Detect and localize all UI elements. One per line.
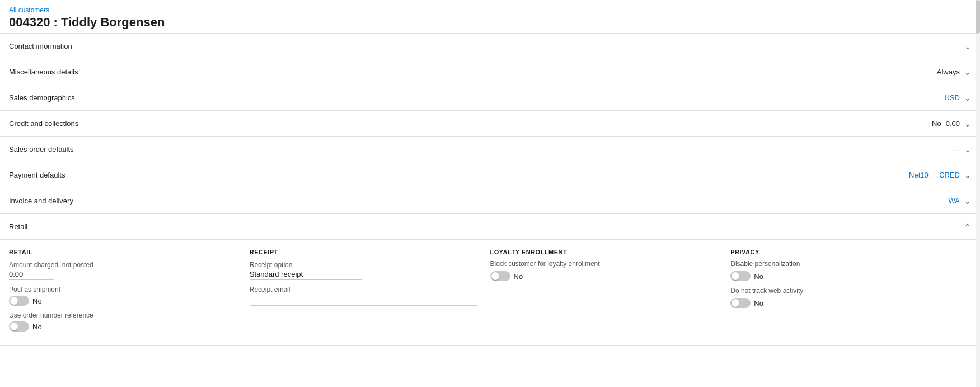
- sales-demographics-summary-link: USD: [945, 94, 960, 102]
- receipt-email-field[interactable]: [250, 295, 477, 306]
- chevron-down-icon: ⌄: [964, 197, 971, 206]
- use-order-number-toggle[interactable]: [9, 321, 29, 332]
- receipt-option-value: Standard receipt: [250, 270, 303, 278]
- section-sales-demographics[interactable]: Sales demographics USD ⌄: [0, 85, 980, 111]
- breadcrumb-link[interactable]: All customers: [9, 6, 49, 14]
- disable-personalization-toggle-row: No: [730, 271, 958, 281]
- sales-order-summary-text: --: [955, 145, 960, 153]
- section-retail-header[interactable]: Retail ⌃: [0, 214, 980, 240]
- block-loyalty-toggle[interactable]: [490, 271, 510, 281]
- section-invoice-delivery-summary: WA: [949, 197, 960, 205]
- section-invoice-delivery-label: Invoice and delivery: [9, 197, 949, 205]
- post-as-shipment-toggle[interactable]: [9, 296, 29, 306]
- loyalty-col-header: LOYALTY ENROLLMENT: [490, 249, 718, 255]
- chevron-down-icon: ⌄: [964, 94, 971, 102]
- retail-content: RETAIL Amount charged, not posted 0.00 P…: [0, 240, 980, 345]
- chevron-down-icon: ⌄: [964, 42, 971, 51]
- section-contact-information-label: Contact information: [9, 42, 960, 50]
- page-container: All customers 004320 : Tiddly Borgensen …: [0, 0, 980, 387]
- invoice-summary-wa: WA: [949, 197, 960, 205]
- block-loyalty-value: No: [514, 272, 523, 281]
- use-order-number-value: No: [32, 323, 42, 331]
- chevron-down-icon: ⌄: [964, 119, 971, 128]
- section-invoice-and-delivery[interactable]: Invoice and delivery WA ⌄: [0, 188, 980, 214]
- use-order-number-toggle-row: No: [9, 321, 236, 332]
- section-sales-demographics-summary: USD: [945, 94, 960, 102]
- payment-summary-net10: Net10: [909, 171, 929, 179]
- retail-col-retail: RETAIL Amount charged, not posted 0.00 P…: [9, 249, 250, 332]
- section-payment-defaults-label: Payment defaults: [9, 171, 909, 179]
- receipt-col-header: RECEIPT: [250, 249, 477, 255]
- disable-personalization-label: Disable personalization: [730, 260, 958, 268]
- section-retail: Retail ⌃ RETAIL Amount charged, not post…: [0, 214, 980, 346]
- chevron-up-icon: ⌃: [964, 222, 971, 231]
- retail-col-receipt: RECEIPT Receipt option Standard receipt …: [250, 249, 490, 332]
- retail-col-loyalty: LOYALTY ENROLLMENT Block customer for lo…: [490, 249, 731, 332]
- payment-summary-divider: |: [933, 171, 935, 179]
- payment-summary-cred: CRED: [939, 171, 960, 179]
- retail-col-privacy: PRIVACY Disable personalization No Do no…: [730, 249, 971, 332]
- section-credit-collections-summary: No 0.00: [932, 119, 960, 128]
- section-miscellaneous-details-label: Miscellaneous details: [9, 68, 937, 76]
- section-retail-label: Retail: [9, 222, 964, 231]
- section-sales-demographics-label: Sales demographics: [9, 94, 945, 102]
- section-miscellaneous-details[interactable]: Miscellaneous details Always ⌄: [0, 59, 980, 85]
- block-loyalty-label: Block customer for loyalty enrollment: [490, 260, 718, 268]
- page-title: 004320 : Tiddly Borgensen: [9, 15, 971, 30]
- scrollbar-thumb[interactable]: [976, 0, 980, 34]
- no-track-label: Do not track web activity: [730, 287, 958, 295]
- post-as-shipment-toggle-row: No: [9, 296, 236, 306]
- chevron-down-icon: ⌄: [964, 68, 971, 77]
- chevron-down-icon: ⌄: [964, 171, 971, 180]
- credit-summary-no: No: [932, 119, 941, 128]
- receipt-email-label: Receipt email: [250, 286, 477, 293]
- post-as-shipment-label: Post as shipment: [9, 286, 236, 293]
- section-payment-defaults[interactable]: Payment defaults Net10 | CRED ⌄: [0, 162, 980, 188]
- retail-col-header: RETAIL: [9, 249, 236, 255]
- section-sales-order-defaults-label: Sales order defaults: [9, 145, 955, 153]
- section-sales-order-defaults-summary: --: [955, 145, 960, 153]
- privacy-col-header: PRIVACY: [730, 249, 958, 255]
- no-track-toggle-row: No: [730, 298, 958, 308]
- retail-amount-value: 0.00: [9, 270, 54, 280]
- section-miscellaneous-details-summary: Always: [937, 68, 960, 76]
- retail-amount-label: Amount charged, not posted: [9, 261, 236, 269]
- miscellaneous-summary-text: Always: [937, 68, 960, 76]
- receipt-option-label: Receipt option: [250, 261, 477, 269]
- section-credit-collections-label: Credit and collections: [9, 119, 932, 128]
- block-loyalty-toggle-row: No: [490, 271, 718, 281]
- chevron-down-icon: ⌄: [964, 145, 971, 154]
- header: All customers 004320 : Tiddly Borgensen: [0, 0, 980, 33]
- disable-personalization-value: No: [754, 272, 763, 281]
- post-as-shipment-value: No: [32, 297, 42, 305]
- disable-personalization-toggle[interactable]: [730, 271, 751, 281]
- use-order-number-label: Use order number reference: [9, 311, 236, 319]
- section-credit-and-collections[interactable]: Credit and collections No 0.00 ⌄: [0, 111, 980, 137]
- section-sales-order-defaults[interactable]: Sales order defaults -- ⌄: [0, 137, 980, 162]
- credit-summary-amount: 0.00: [946, 119, 960, 128]
- scrollbar-track[interactable]: [976, 0, 980, 387]
- section-contact-information[interactable]: Contact information ⌄: [0, 34, 980, 59]
- no-track-toggle[interactable]: [730, 298, 751, 308]
- section-payment-defaults-summary: Net10 | CRED: [909, 171, 960, 179]
- no-track-value: No: [754, 299, 763, 307]
